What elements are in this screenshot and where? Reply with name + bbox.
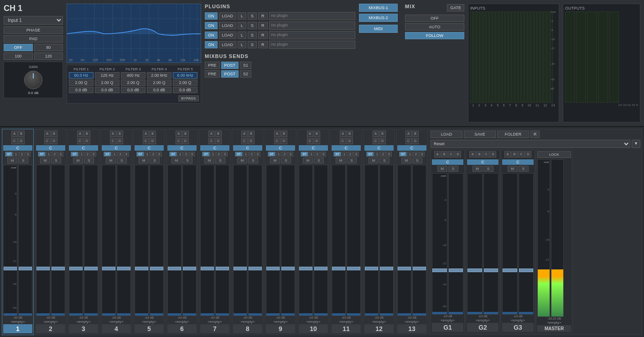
folder-button[interactable]: FOLDER: [497, 131, 529, 138]
mixbus-2-pre[interactable]: PRE: [205, 70, 220, 78]
bypass-button[interactable]: BYPASS: [178, 95, 199, 101]
mixbus-1-pre[interactable]: PRE: [205, 62, 220, 69]
master-db-value: -19.20 dB: [537, 317, 571, 320]
c-main-2[interactable]: C: [36, 145, 65, 151]
st2[interactable]: ST: [38, 152, 46, 157]
c-main-1[interactable]: C: [3, 145, 32, 151]
plugin-1-load[interactable]: LOAD: [219, 12, 237, 20]
filter-5-db[interactable]: 0.0 dB: [173, 87, 197, 93]
filter-2-freq[interactable]: 125 Hz: [95, 72, 119, 79]
plugin-1-s[interactable]: S: [248, 12, 257, 20]
ch-num-2[interactable]: 2: [36, 324, 65, 333]
plugin-4-on[interactable]: ON: [205, 41, 218, 48]
input-meter-3: [483, 11, 489, 103]
s2[interactable]: S: [51, 158, 61, 163]
fader-handle-1[interactable]: [4, 267, 17, 270]
input-select[interactable]: Input 1: [4, 16, 63, 25]
filter-2-q[interactable]: 2.00 Q: [95, 79, 119, 86]
n2-btn-1[interactable]: 2: [19, 152, 25, 157]
n1-btn-1[interactable]: 1: [13, 152, 19, 157]
plugin-2-load[interactable]: LOAD: [219, 22, 237, 29]
a-btn-1[interactable]: A: [11, 131, 18, 137]
fader2b[interactable]: [52, 267, 65, 270]
pad-button[interactable]: PAD: [4, 35, 63, 42]
reset-select[interactable]: Reset: [431, 140, 630, 148]
filter-3-db[interactable]: 0.0 dB: [121, 87, 145, 93]
filter-1-db[interactable]: 0.0 dB: [69, 87, 93, 93]
plugin-1-on[interactable]: ON: [205, 12, 218, 20]
dropdown-arrow[interactable]: ▼: [632, 140, 640, 148]
mixbus-1-post[interactable]: POST: [221, 62, 239, 69]
n32[interactable]: 3: [58, 152, 63, 157]
outputs-title: OUTPUTS: [565, 6, 638, 11]
filter-2-db[interactable]: 0.0 dB: [95, 87, 119, 93]
plugin-2-on[interactable]: ON: [205, 22, 218, 29]
plugin-3-r[interactable]: R: [258, 32, 268, 39]
plugin-1-l[interactable]: L: [238, 12, 246, 20]
d-btn-1[interactable]: D: [18, 138, 25, 144]
follow-button[interactable]: FOLLOW: [405, 32, 464, 39]
mixbus-2-s[interactable]: S2: [240, 70, 251, 78]
m-btn-1[interactable]: M: [7, 158, 17, 163]
mixbus-1-s[interactable]: S1: [240, 62, 251, 69]
mixbus1-button[interactable]: MIXBUS-1: [359, 4, 398, 12]
channel-number-1[interactable]: 1: [3, 324, 32, 333]
plugin-2-r[interactable]: R: [258, 22, 268, 29]
hpf-val3[interactable]: 120: [34, 53, 63, 60]
plugin-4-load[interactable]: LOAD: [219, 41, 237, 48]
midi-button[interactable]: MIDI: [359, 25, 398, 33]
off-button[interactable]: OFF: [405, 15, 464, 22]
filter-3-q[interactable]: 2.00 Q: [121, 79, 145, 86]
plugin-1-r[interactable]: R: [258, 12, 268, 20]
load-button[interactable]: LOAD: [431, 131, 462, 138]
plugin-3-on[interactable]: ON: [205, 32, 218, 39]
fader2a[interactable]: [36, 267, 50, 270]
n3-btn-1[interactable]: 3: [25, 152, 31, 157]
c-btn2-1[interactable]: C: [11, 138, 18, 144]
s-btn-1[interactable]: S: [18, 158, 28, 163]
filter-4-q[interactable]: 2.00 Q: [147, 79, 171, 86]
filter-4-db[interactable]: 0.0 dB: [147, 87, 171, 93]
plugin-4-l[interactable]: L: [238, 41, 246, 48]
filter-1-label: FILTER 1: [69, 67, 93, 71]
mixbus2-button[interactable]: MIXBUS-2: [359, 14, 398, 22]
m2[interactable]: M: [40, 158, 50, 163]
c2[interactable]: C: [44, 138, 51, 144]
filter-5-freq[interactable]: 6.00 kHz: [173, 72, 197, 79]
gate-button[interactable]: GATE: [447, 4, 464, 11]
mixbus-2-post[interactable]: POST: [221, 70, 239, 78]
auto-button[interactable]: AUTO: [405, 23, 464, 31]
st-btn-1[interactable]: ST: [5, 152, 13, 157]
hpf-off-button[interactable]: OFF: [4, 44, 33, 51]
hpf-val2[interactable]: 100: [4, 53, 33, 60]
channel-strip-5: AB CD C ST123 MS -inf dB <empty> 5: [133, 129, 165, 335]
b2[interactable]: B: [51, 131, 57, 137]
d2[interactable]: D: [51, 138, 57, 144]
b-btn-1[interactable]: B: [18, 131, 25, 137]
n12[interactable]: 1: [46, 152, 52, 157]
filter-5-q[interactable]: 2.00 Q: [173, 79, 197, 86]
filter-3-freq[interactable]: 400 Hz: [121, 72, 145, 79]
plugin-2-l[interactable]: L: [238, 22, 246, 29]
filter-4-freq[interactable]: 2.00 kHz: [147, 72, 171, 79]
phase-button[interactable]: PHASE: [4, 26, 63, 34]
filter-1-freq[interactable]: 60.0 Hz: [69, 72, 93, 79]
filter-1-q[interactable]: 2.00 Q: [69, 79, 93, 86]
save-button[interactable]: SAVE: [464, 131, 496, 138]
gain-knob[interactable]: [24, 71, 42, 89]
r-button[interactable]: R: [530, 131, 540, 138]
n22[interactable]: 2: [52, 152, 57, 157]
hpf-val1[interactable]: 80: [34, 44, 63, 51]
lock-button[interactable]: LOCK: [537, 151, 571, 158]
plugin-4-s[interactable]: S: [248, 41, 257, 48]
plugin-3-load[interactable]: LOAD: [219, 32, 237, 39]
plugin-3-l[interactable]: L: [238, 32, 246, 39]
channel-strip-1: A B C D C ST 1 2 3 M S over -3: [2, 129, 34, 335]
master-number[interactable]: MASTER: [537, 325, 571, 332]
a2[interactable]: A: [44, 131, 51, 137]
plugin-2-s[interactable]: S: [248, 22, 257, 29]
plugin-3-s[interactable]: S: [248, 32, 257, 39]
mix-section: MIX GATE OFF AUTO FOLLOW: [405, 4, 464, 122]
fader-handle-1b[interactable]: [19, 267, 32, 270]
plugin-4-r[interactable]: R: [258, 41, 268, 48]
